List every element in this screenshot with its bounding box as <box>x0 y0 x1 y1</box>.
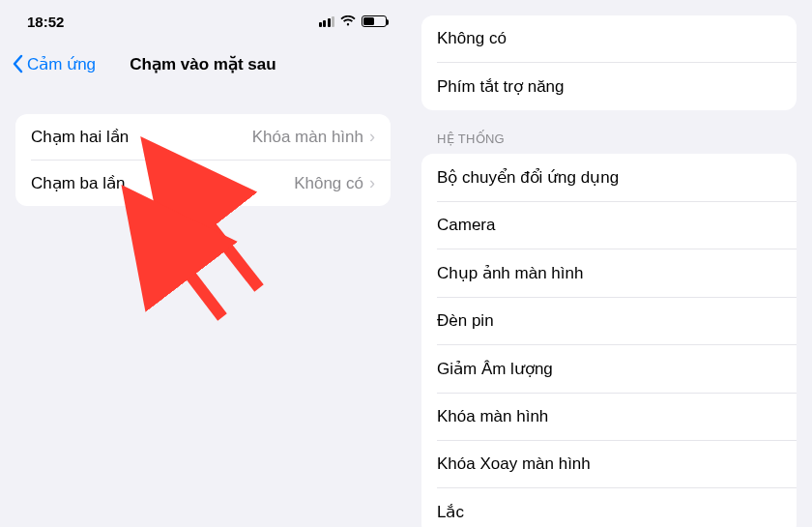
row-label: Chạm ba lần <box>31 173 294 193</box>
row-label: Chụp ảnh màn hình <box>437 263 781 283</box>
battery-icon <box>362 15 387 27</box>
options-group-top: Không có Phím tắt trợ năng <box>421 15 797 110</box>
right-screen: Không có Phím tắt trợ năng HỆ THỐNG Bộ c… <box>406 0 812 527</box>
row-label: Lắc <box>437 502 781 522</box>
option-screenshot-row[interactable]: Chụp ảnh màn hình <box>437 249 797 297</box>
option-volume-down-row[interactable]: Giảm Âm lượng <box>437 344 797 393</box>
status-indicators <box>319 15 388 27</box>
row-label: Khóa màn hình <box>437 407 781 426</box>
row-label: Giảm Âm lượng <box>437 359 781 379</box>
row-label: Chạm hai lần <box>31 127 252 147</box>
row-label: Phím tắt trợ năng <box>437 76 781 97</box>
option-accessibility-shortcut-row[interactable]: Phím tắt trợ năng <box>437 62 797 110</box>
option-lock-rotation-row[interactable]: Khóa Xoay màn hình <box>437 440 797 487</box>
option-lock-screen-row[interactable]: Khóa màn hình <box>437 393 797 440</box>
row-label: Bộ chuyển đổi ứng dụng <box>437 167 781 188</box>
section-header-system: HỆ THỐNG <box>437 132 781 146</box>
page-title: Chạm vào mặt sau <box>130 54 276 74</box>
navigation-bar: Cảm ứng Chạm vào mặt sau <box>0 43 406 85</box>
row-label: Khóa Xoay màn hình <box>437 454 781 474</box>
options-group-system: Bộ chuyển đổi ứng dụng Camera Chụp ảnh m… <box>421 154 797 527</box>
option-camera-row[interactable]: Camera <box>437 201 797 249</box>
row-label: Đèn pin <box>437 311 781 331</box>
svg-line-1 <box>135 203 222 317</box>
option-shake-row[interactable]: Lắc <box>437 487 797 527</box>
chevron-right-icon: › <box>369 127 375 147</box>
row-value: Khóa màn hình <box>252 128 363 147</box>
chevron-right-icon: › <box>369 173 375 193</box>
row-label: Camera <box>437 216 781 235</box>
wifi-icon <box>340 15 356 27</box>
row-value: Không có <box>294 174 363 193</box>
chevron-left-icon <box>12 54 23 73</box>
option-flashlight-row[interactable]: Đèn pin <box>437 297 797 344</box>
row-label: Không có <box>437 29 781 48</box>
status-time: 18:52 <box>27 14 64 30</box>
option-none-row[interactable]: Không có <box>421 15 797 62</box>
cellular-signal-icon <box>319 16 335 27</box>
back-button[interactable]: Cảm ứng <box>12 54 96 74</box>
back-label: Cảm ứng <box>27 54 96 74</box>
triple-tap-row[interactable]: Chạm ba lần Không có › <box>31 160 391 206</box>
double-tap-row[interactable]: Chạm hai lần Khóa màn hình › <box>15 114 391 160</box>
status-bar: 18:52 <box>0 0 406 43</box>
back-tap-group: Chạm hai lần Khóa màn hình › Chạm ba lần… <box>15 114 391 206</box>
option-app-switcher-row[interactable]: Bộ chuyển đổi ứng dụng <box>421 154 797 201</box>
left-screen: 18:52 Cảm ứng Chạm vào mặt sau Chạm hai … <box>0 0 406 527</box>
